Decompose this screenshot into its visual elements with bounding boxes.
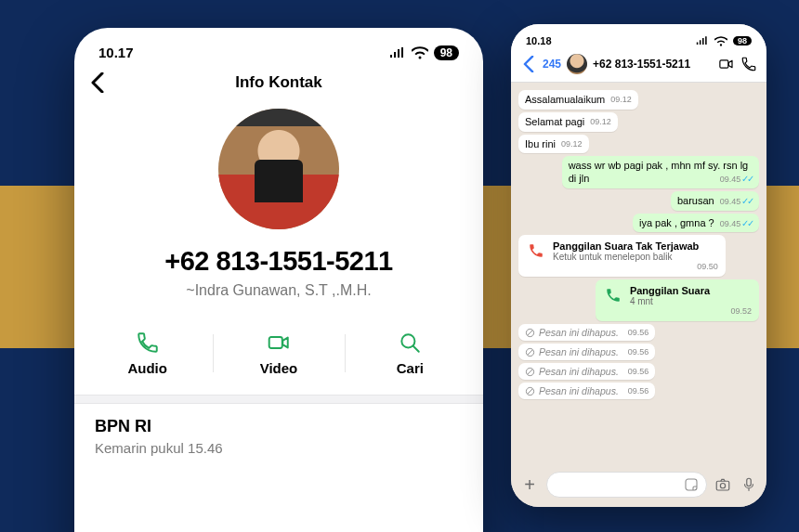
video-icon	[267, 331, 291, 355]
missed-call-title: Panggilan Suara Tak Terjawab	[553, 240, 718, 252]
camera-button[interactable]	[713, 474, 733, 495]
audio-call-button[interactable]: Audio	[82, 331, 213, 376]
missed-call-sub: Ketuk untuk menelepon balik	[553, 252, 718, 262]
svg-rect-10	[747, 478, 752, 486]
svg-point-9	[720, 484, 725, 488]
deleted-message[interactable]: Pesan ini dihapus.09.56	[518, 344, 655, 360]
deleted-message[interactable]: Pesan ini dihapus.09.56	[518, 383, 655, 399]
phone-contact-info: 10.17 98 Info Kontak +62 813-1551-5211 ~…	[74, 28, 483, 532]
outgoing-call-sub: 4 mnt	[630, 296, 752, 306]
action-row: Audio Video Cari	[74, 319, 483, 395]
svg-rect-7	[686, 479, 697, 490]
message-in[interactable]: Ibu rini09.12	[518, 135, 589, 154]
chat-body[interactable]: Assalamualaikum09.12 Selamat pagi09.12 I…	[511, 83, 766, 466]
deleted-message[interactable]: Pesan ini dihapus.09.56	[518, 324, 655, 341]
chat-title[interactable]: +62 813-1551-5211	[593, 58, 713, 71]
blocked-icon	[525, 367, 535, 377]
status-bar: 10.17 98	[74, 28, 483, 68]
message-in[interactable]: Assalamualaikum09.12	[518, 90, 638, 110]
outgoing-call-title: Panggilan Suara	[630, 285, 752, 296]
phone-icon	[136, 331, 160, 355]
phone-chat: 10.18 98 245 +62 813-1551-5211 Assalamua…	[511, 24, 766, 507]
search-label: Cari	[397, 360, 424, 376]
status-time: 10.17	[98, 45, 134, 60]
chat-header: 245 +62 813-1551-5211	[511, 50, 766, 83]
message-out[interactable]: wass wr wb pagi pak , mhn mf sy. rsn lg …	[562, 156, 759, 188]
status-bar: 10.18 98	[511, 24, 766, 50]
group-title: BPN RI	[95, 417, 463, 436]
unread-count[interactable]: 245	[543, 58, 561, 71]
video-call-button[interactable]: Video	[213, 331, 344, 376]
blocked-icon	[525, 347, 535, 357]
svg-rect-0	[269, 337, 282, 348]
deleted-message[interactable]: Pesan ini dihapus.09.56	[518, 363, 655, 380]
group-subtitle: Kemarin pukul 15.46	[95, 440, 463, 456]
section-divider	[74, 395, 483, 404]
sticker-icon[interactable]	[684, 477, 699, 492]
outgoing-call-time: 09.52	[630, 306, 752, 316]
wifi-icon	[412, 46, 428, 59]
audio-label: Audio	[127, 360, 167, 376]
blocked-icon	[525, 386, 535, 396]
page-title: Info Kontak	[235, 73, 322, 92]
missed-call-card[interactable]: Panggilan Suara Tak Terjawab Ketuk untuk…	[518, 235, 726, 277]
battery-level: 98	[434, 45, 459, 60]
missed-call-time: 09.50	[553, 262, 718, 271]
video-label: Video	[260, 360, 298, 376]
svg-rect-2	[720, 60, 728, 68]
search-button[interactable]: Cari	[345, 331, 476, 376]
outgoing-call-card[interactable]: Panggilan Suara 4 mnt 09.52	[596, 279, 759, 321]
signal-icon	[696, 36, 709, 45]
message-in[interactable]: Selamat pagi09.12	[518, 112, 618, 132]
mic-button[interactable]	[739, 474, 759, 495]
missed-call-icon	[526, 240, 546, 261]
avatar[interactable]	[567, 54, 587, 74]
search-icon	[398, 331, 422, 355]
back-icon[interactable]	[91, 72, 104, 93]
status-time: 10.18	[526, 35, 552, 46]
contact-name: ~Indra Gunawan, S.T ,.M.H.	[74, 282, 483, 299]
message-input[interactable]	[546, 472, 707, 498]
avatar[interactable]	[218, 109, 339, 229]
blocked-icon	[525, 328, 535, 338]
message-out[interactable]: iya pak , gmna ?09.45	[633, 214, 759, 233]
video-icon[interactable]	[718, 56, 735, 72]
phone-icon[interactable]	[740, 56, 757, 72]
nav-bar: Info Kontak	[74, 68, 483, 105]
back-icon[interactable]	[520, 56, 537, 72]
message-out[interactable]: barusan09.45	[671, 191, 759, 211]
signal-icon	[389, 47, 406, 58]
wifi-icon	[714, 36, 727, 46]
common-group-block[interactable]: BPN RI Kemarin pukul 15.46	[74, 404, 483, 474]
chat-input-row: +	[511, 466, 766, 507]
phone-number: +62 813-1551-5211	[74, 246, 483, 277]
voice-call-icon	[603, 285, 623, 305]
battery-level: 98	[733, 36, 752, 45]
attach-button[interactable]: +	[518, 474, 541, 496]
svg-rect-8	[716, 481, 729, 490]
